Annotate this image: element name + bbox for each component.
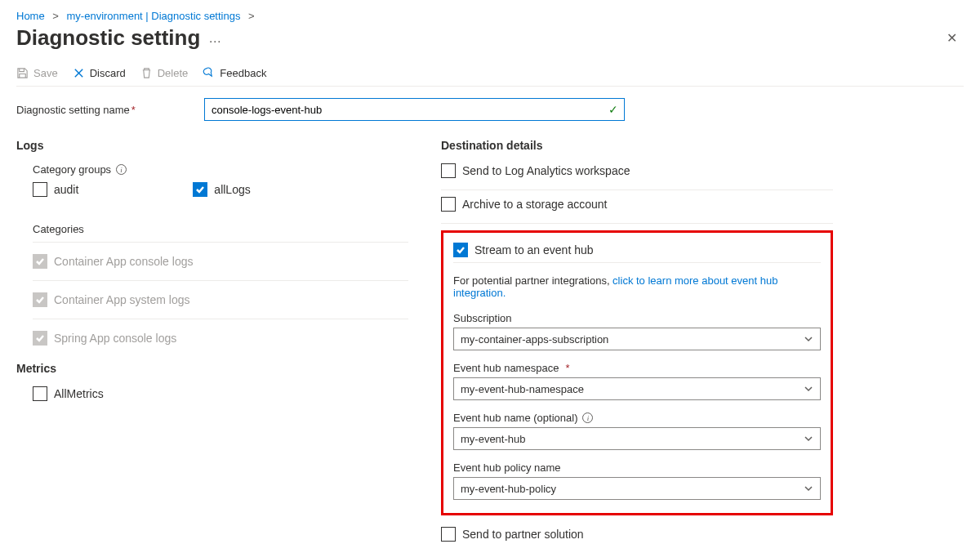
partner-checkbox[interactable] [441,527,456,542]
cat-console-logs-checkbox [33,254,47,269]
more-icon[interactable]: … [208,31,221,46]
chevron-right-icon: > [52,10,59,22]
alllogs-checkbox[interactable] [193,182,207,197]
save-icon [16,67,29,79]
cat-system-logs-checkbox [33,292,47,307]
audit-checkbox[interactable] [33,182,47,197]
metrics-title: Metrics [16,362,408,375]
cat-spring-logs-label: Spring App console logs [54,332,176,345]
info-icon[interactable]: i [116,164,127,175]
feedback-button[interactable]: Feedback [203,67,266,79]
storage-label: Archive to a storage account [462,198,607,211]
chevron-down-icon [804,484,813,496]
allmetrics-checkbox[interactable] [33,386,47,401]
allmetrics-label: AllMetrics [54,387,104,400]
logs-title: Logs [16,139,408,152]
toolbar: Save Discard Delete Feedback [16,67,964,87]
breadcrumb: Home > my-environment | Diagnostic setti… [16,10,964,22]
setting-name-label: Diagnostic setting name* [16,104,204,116]
eventhub-label: Stream to an event hub [474,243,594,256]
dest-title: Destination details [441,139,833,152]
discard-button[interactable]: Discard [73,67,126,79]
law-label: Send to Log Analytics workspace [462,164,630,177]
setting-name-input[interactable] [204,98,625,121]
policy-label: Event hub policy name [453,462,821,474]
partner-label: Send to partner solution [462,528,584,541]
eventhub-checkbox[interactable] [453,243,468,257]
ehname-dropdown[interactable]: my-event-hub [453,427,821,450]
chevron-right-icon: > [248,10,255,22]
audit-label: audit [54,183,78,196]
cat-console-logs-label: Container App console logs [54,255,193,268]
partner-info: For potential partner integrations, clic… [453,274,821,299]
delete-button[interactable]: Delete [140,67,189,79]
law-checkbox[interactable] [441,163,456,178]
policy-dropdown[interactable]: my-event-hub-policy [453,477,821,500]
categories-label: Categories [33,223,408,235]
valid-check-icon: ✓ [608,103,618,116]
subscription-label: Subscription [453,312,821,324]
alllogs-label: allLogs [214,183,250,196]
discard-icon [73,67,85,79]
close-icon[interactable]: ✕ [940,27,964,49]
page-title: Diagnostic setting … [16,25,221,51]
ns-dropdown[interactable]: my-event-hub-namespace [453,377,821,400]
cat-system-logs-label: Container App system logs [54,293,190,306]
chevron-down-icon [804,334,813,346]
eventhub-highlight: Stream to an event hub For potential par… [441,230,833,515]
ns-label: Event hub namespace [453,362,559,374]
info-icon[interactable]: i [582,412,593,423]
breadcrumb-home[interactable]: Home [16,10,45,22]
storage-checkbox[interactable] [441,197,456,212]
delete-icon [140,67,153,79]
cat-spring-logs-checkbox [33,331,47,346]
chevron-down-icon [804,384,813,396]
category-groups-label: Category groups [33,163,111,176]
feedback-icon [203,67,215,79]
ehname-label: Event hub name (optional) [453,412,577,424]
chevron-down-icon [804,434,813,446]
breadcrumb-env[interactable]: my-environment | Diagnostic settings [67,10,241,22]
save-button[interactable]: Save [16,67,58,79]
subscription-dropdown[interactable]: my-container-apps-subscription [453,328,821,350]
